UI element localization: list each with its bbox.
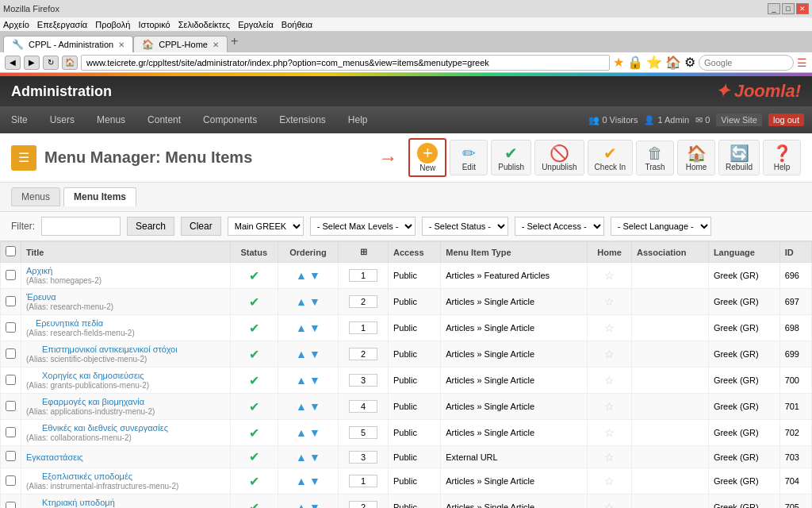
row-checkbox-702[interactable] xyxy=(6,427,16,437)
row-checkbox-699[interactable] xyxy=(6,348,16,359)
order-down-icon[interactable]: ▼ xyxy=(309,475,320,487)
order-up-icon[interactable]: ▲ xyxy=(296,475,307,487)
order-up-icon[interactable]: ▲ xyxy=(296,269,307,282)
home-star-icon[interactable]: ☆ xyxy=(604,348,615,360)
rebuild-button[interactable]: 🔄 Rebuild xyxy=(718,140,760,175)
view-site-button[interactable]: View Site xyxy=(716,114,762,126)
close-btn[interactable]: ✕ xyxy=(796,3,809,14)
order-down-icon[interactable]: ▼ xyxy=(309,348,320,360)
ordering-field-701[interactable] xyxy=(349,400,377,413)
row-title-link-704[interactable]: Εξοπλιστικές υποδομές xyxy=(42,471,132,481)
help-button[interactable]: ❓ Help xyxy=(763,140,801,175)
home-star-icon[interactable]: ☆ xyxy=(604,400,615,413)
topnav-site[interactable]: Site xyxy=(0,108,39,132)
row-title-link-699[interactable]: Επιστημονικοί αντικειμενικοί στόχοι xyxy=(42,344,178,354)
search-button[interactable]: Search xyxy=(127,217,174,236)
logout-button[interactable]: log out xyxy=(768,114,804,126)
row-title-link-705[interactable]: Κτηριακή υποδομή xyxy=(42,498,115,507)
home-star-icon[interactable]: ☆ xyxy=(604,374,615,387)
status-published-icon[interactable]: ✔ xyxy=(249,374,259,387)
order-down-icon[interactable]: ▼ xyxy=(309,374,320,387)
select-max-levels[interactable]: - Select Max Levels - xyxy=(310,217,416,236)
order-down-icon[interactable]: ▼ xyxy=(309,501,320,508)
checkin-button[interactable]: ✔ Check In xyxy=(588,140,633,175)
minimize-btn[interactable]: _ xyxy=(768,3,780,14)
trash-button[interactable]: 🗑 Trash xyxy=(636,140,674,175)
order-up-icon[interactable]: ▲ xyxy=(296,400,307,413)
status-published-icon[interactable]: ✔ xyxy=(249,321,259,335)
row-checkbox-703[interactable] xyxy=(6,451,16,461)
reload-button[interactable]: ↻ xyxy=(43,56,59,70)
home-star-icon[interactable]: ☆ xyxy=(604,451,615,464)
order-up-icon[interactable]: ▲ xyxy=(296,348,307,360)
new-tab-button[interactable]: + xyxy=(231,34,238,48)
status-published-icon[interactable]: ✔ xyxy=(249,400,259,414)
select-menu[interactable]: Main GREEK xyxy=(228,217,304,236)
order-down-icon[interactable]: ▼ xyxy=(309,321,320,334)
back-button[interactable]: ◀ xyxy=(5,56,21,70)
menu-file[interactable]: Αρχείο xyxy=(3,20,29,29)
order-down-icon[interactable]: ▼ xyxy=(309,426,320,439)
ordering-field-703[interactable] xyxy=(349,451,377,464)
home-star-icon[interactable]: ☆ xyxy=(604,321,615,334)
status-published-icon[interactable]: ✔ xyxy=(249,295,259,309)
tab-admin[interactable]: 🔧 CPPL - Administration ✕ xyxy=(3,36,133,52)
home-star-icon[interactable]: ☆ xyxy=(604,295,615,308)
menu-history[interactable]: Ιστορικό xyxy=(138,20,170,29)
topnav-components[interactable]: Components xyxy=(192,108,268,132)
order-down-icon[interactable]: ▼ xyxy=(309,400,320,413)
row-checkbox-696[interactable] xyxy=(6,270,16,280)
tab-menus[interactable]: Menus xyxy=(11,187,60,206)
home-nav-button[interactable]: 🏠 xyxy=(62,56,78,70)
order-up-icon[interactable]: ▲ xyxy=(296,295,307,308)
home-button[interactable]: 🏠 Home xyxy=(677,140,715,175)
ordering-field-697[interactable] xyxy=(349,295,377,308)
row-title-link-696[interactable]: Αρχική xyxy=(26,266,52,275)
order-up-icon[interactable]: ▲ xyxy=(296,501,307,508)
status-published-icon[interactable]: ✔ xyxy=(249,475,259,488)
order-up-icon[interactable]: ▲ xyxy=(296,374,307,387)
topnav-users[interactable]: Users xyxy=(39,108,86,132)
order-down-icon[interactable]: ▼ xyxy=(309,451,320,464)
ordering-field-698[interactable] xyxy=(349,321,377,334)
tab-home[interactable]: 🏠 CPPL-Home ✕ xyxy=(133,36,228,52)
order-icon[interactable]: ⊞ xyxy=(360,247,367,256)
search-box[interactable] xyxy=(699,55,794,71)
row-title-link-703[interactable]: Εγκαταστάσεις xyxy=(26,452,83,462)
close-tab-admin[interactable]: ✕ xyxy=(118,40,124,49)
new-button[interactable]: + New xyxy=(408,138,446,177)
row-title-link-698[interactable]: Ερευνητικά πεδία xyxy=(36,318,103,328)
topnav-content[interactable]: Content xyxy=(136,108,192,132)
menu-view[interactable]: Προβολή xyxy=(95,20,130,29)
topnav-menus[interactable]: Menus xyxy=(86,108,136,132)
maximize-btn[interactable]: □ xyxy=(782,3,795,14)
row-checkbox-700[interactable] xyxy=(6,375,16,385)
select-access[interactable]: - Select Access - xyxy=(515,217,604,236)
status-published-icon[interactable]: ✔ xyxy=(249,269,259,283)
publish-button[interactable]: ✔ Publish xyxy=(491,140,531,175)
ordering-field-705[interactable] xyxy=(349,501,377,508)
order-down-icon[interactable]: ▼ xyxy=(309,269,320,282)
menu-edit[interactable]: Επεξεργασία xyxy=(37,20,87,29)
ordering-field-702[interactable] xyxy=(349,426,377,439)
menu-tools[interactable]: Εργαλεία xyxy=(238,20,274,29)
select-language[interactable]: - Select Language - xyxy=(611,217,711,236)
topnav-help[interactable]: Help xyxy=(337,108,379,132)
edit-button[interactable]: ✏ Edit xyxy=(450,140,488,175)
home-star-icon[interactable]: ☆ xyxy=(604,426,615,439)
order-up-icon[interactable]: ▲ xyxy=(296,451,307,464)
filter-input[interactable] xyxy=(41,217,121,236)
topnav-extensions[interactable]: Extensions xyxy=(268,108,337,132)
row-title-link-701[interactable]: Εφαρμογές και βιομηχανία xyxy=(42,397,144,406)
order-up-icon[interactable]: ▲ xyxy=(296,321,307,334)
status-published-icon[interactable]: ✔ xyxy=(249,426,259,440)
row-title-link-700[interactable]: Χορηγίες και δημοσιεύσεις xyxy=(42,371,144,380)
row-checkbox-704[interactable] xyxy=(6,475,16,486)
row-checkbox-698[interactable] xyxy=(6,322,16,333)
home-star-icon[interactable]: ☆ xyxy=(604,475,615,487)
row-checkbox-701[interactable] xyxy=(6,401,16,411)
ordering-field-696[interactable] xyxy=(349,269,377,282)
home-star-icon[interactable]: ☆ xyxy=(604,501,615,508)
forward-button[interactable]: ▶ xyxy=(24,56,40,70)
address-bar[interactable] xyxy=(81,55,610,71)
